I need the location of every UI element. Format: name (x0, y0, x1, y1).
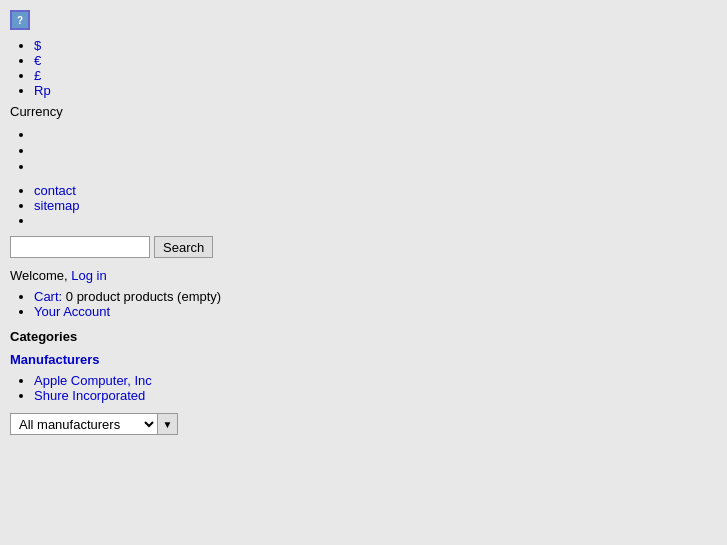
currency-eur[interactable]: € (34, 53, 41, 68)
manufacturers-dropdown-section: All manufacturers Apple Computer, Inc Sh… (10, 413, 717, 435)
currency-label: Currency (10, 104, 717, 119)
search-button[interactable]: Search (154, 236, 213, 258)
login-link[interactable]: Log in (71, 268, 106, 283)
logo: ? (10, 10, 30, 30)
currency-usd[interactable]: $ (34, 38, 41, 53)
search-section: Search (10, 236, 717, 258)
search-input[interactable] (10, 236, 150, 258)
cart-list: Cart: 0 product products (empty) Your Ac… (10, 289, 717, 319)
empty-nav-list (10, 127, 717, 175)
cart-link[interactable]: Cart: (34, 289, 62, 304)
manufacturers-list: Apple Computer, Inc Shure Incorporated (10, 373, 717, 403)
dropdown-arrow-icon[interactable]: ▼ (158, 413, 178, 435)
currency-gbp[interactable]: £ (34, 68, 41, 83)
cart-details-text: 0 product products (empty) (66, 289, 221, 304)
footer-links-list: contact sitemap (10, 183, 717, 228)
your-account-link[interactable]: Your Account (34, 304, 110, 319)
categories-heading: Categories (10, 329, 717, 344)
currency-list: $ € £ Rp (10, 38, 717, 98)
currency-rp[interactable]: Rp (34, 83, 51, 98)
manufacturers-select[interactable]: All manufacturers Apple Computer, Inc Sh… (10, 413, 158, 435)
sitemap-link[interactable]: sitemap (34, 198, 80, 213)
contact-link[interactable]: contact (34, 183, 76, 198)
welcome-text: Welcome, Log in (10, 268, 717, 283)
manufacturer-apple[interactable]: Apple Computer, Inc (34, 373, 152, 388)
manufacturers-heading-link[interactable]: Manufacturers (10, 352, 717, 367)
manufacturer-shure[interactable]: Shure Incorporated (34, 388, 145, 403)
welcome-label: Welcome, (10, 268, 68, 283)
